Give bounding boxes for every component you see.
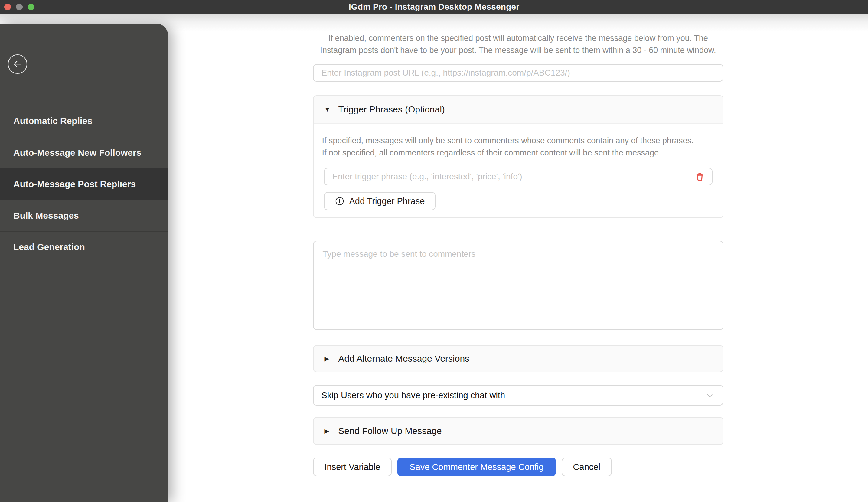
expand-triangle-icon: ▶ — [324, 355, 332, 362]
left-arrow-icon — [12, 59, 23, 69]
trigger-phrase-input[interactable] — [324, 168, 713, 185]
sidebar-item-label: Auto-Message Post Repliers — [13, 179, 136, 189]
traffic-lights — [4, 0, 34, 14]
delete-trigger-phrase-button[interactable] — [694, 172, 705, 183]
trigger-phrases-description: If specified, messages will only be sent… — [322, 135, 697, 159]
sidebar-item-auto-message-post-repliers[interactable]: Auto-Message Post Repliers — [0, 168, 168, 200]
sidebar-item-label: Bulk Messages — [13, 210, 79, 221]
close-window-button[interactable] — [4, 4, 11, 10]
commenter-message-textarea[interactable] — [313, 241, 723, 330]
post-url-input[interactable] — [313, 64, 723, 82]
skip-users-dropdown[interactable]: Skip Users who you have pre-existing cha… — [313, 385, 723, 406]
sidebar: Automatic Replies Auto-Message New Follo… — [0, 24, 168, 502]
trigger-phrases-body: If specified, messages will only be sent… — [314, 123, 723, 218]
follow-up-section-header[interactable]: ▶ Send Follow Up Message — [313, 417, 723, 445]
trigger-phrase-row — [324, 168, 713, 185]
trigger-phrases-section: ▼ Trigger Phrases (Optional) If specifie… — [313, 95, 723, 218]
plus-circle-icon — [335, 196, 344, 206]
follow-up-title: Send Follow Up Message — [339, 426, 442, 436]
sidebar-item-lead-generation[interactable]: Lead Generation — [0, 231, 168, 262]
trigger-phrases-header[interactable]: ▼ Trigger Phrases (Optional) — [314, 96, 723, 123]
expand-triangle-icon: ▶ — [324, 427, 332, 435]
window-titlebar: IGdm Pro - Instagram Desktop Messenger — [0, 0, 868, 14]
back-button[interactable] — [8, 54, 27, 74]
sidebar-item-automatic-replies[interactable]: Automatic Replies — [0, 105, 168, 137]
window-title: IGdm Pro - Instagram Desktop Messenger — [349, 2, 519, 12]
collapse-triangle-icon: ▼ — [324, 106, 332, 113]
sidebar-item-bulk-messages[interactable]: Bulk Messages — [0, 200, 168, 231]
sidebar-item-label: Lead Generation — [13, 242, 85, 252]
add-trigger-phrase-label: Add Trigger Phrase — [349, 196, 425, 206]
main-content: If enabled, commenters on the specified … — [168, 14, 868, 502]
trash-icon — [695, 172, 705, 183]
insert-variable-button[interactable]: Insert Variable — [313, 458, 392, 476]
sidebar-item-label: Auto-Message New Followers — [13, 148, 141, 158]
trigger-phrases-title: Trigger Phrases (Optional) — [339, 104, 445, 115]
sidebar-nav: Automatic Replies Auto-Message New Follo… — [0, 105, 168, 262]
minimize-window-button[interactable] — [16, 4, 23, 10]
sidebar-item-label: Automatic Replies — [13, 116, 93, 126]
alternate-messages-title: Add Alternate Message Versions — [339, 354, 470, 364]
chevron-down-icon — [705, 391, 714, 402]
sidebar-item-auto-message-new-followers[interactable]: Auto-Message New Followers — [0, 137, 168, 168]
skip-users-dropdown-value: Skip Users who you have pre-existing cha… — [321, 390, 505, 400]
save-commenter-message-config-button[interactable]: Save Commenter Message Config — [397, 458, 556, 476]
intro-text: If enabled, commenters on the specified … — [313, 32, 723, 56]
alternate-messages-section-header[interactable]: ▶ Add Alternate Message Versions — [313, 345, 723, 372]
cancel-button[interactable]: Cancel — [562, 458, 612, 476]
footer-actions: Insert Variable Save Commenter Message C… — [313, 458, 723, 476]
zoom-window-button[interactable] — [28, 4, 34, 10]
add-trigger-phrase-button[interactable]: Add Trigger Phrase — [324, 192, 436, 210]
